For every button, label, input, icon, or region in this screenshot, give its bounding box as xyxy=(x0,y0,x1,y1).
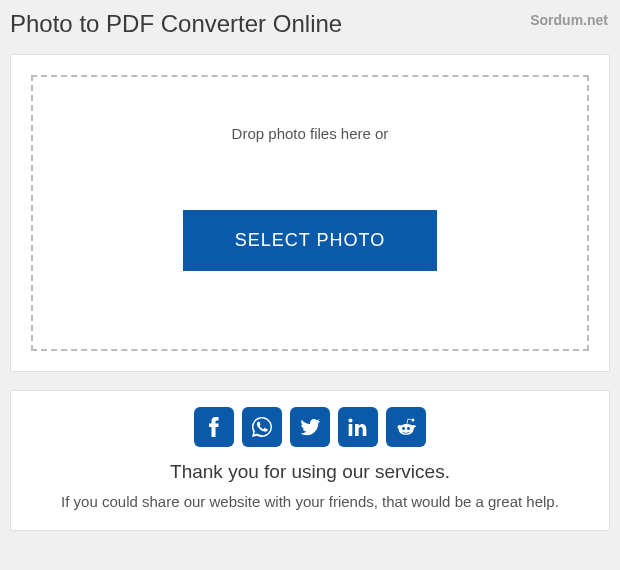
share-icons-row xyxy=(21,407,599,447)
linkedin-icon[interactable] xyxy=(338,407,378,447)
upload-card: Drop photo files here or SELECT PHOTO xyxy=(10,54,610,372)
twitter-icon[interactable] xyxy=(290,407,330,447)
thank-you-text: Thank you for using our services. xyxy=(21,461,599,483)
header: Photo to PDF Converter Online Sordum.net xyxy=(0,0,620,46)
page-title: Photo to PDF Converter Online xyxy=(10,10,342,38)
reddit-icon[interactable] xyxy=(386,407,426,447)
whatsapp-icon[interactable] xyxy=(242,407,282,447)
drop-zone[interactable]: Drop photo files here or SELECT PHOTO xyxy=(31,75,589,351)
drop-zone-text: Drop photo files here or xyxy=(232,125,389,142)
select-photo-button[interactable]: SELECT PHOTO xyxy=(183,210,437,271)
brand-label: Sordum.net xyxy=(530,12,608,28)
share-help-text: If you could share our website with your… xyxy=(21,493,599,510)
facebook-icon[interactable] xyxy=(194,407,234,447)
share-card: Thank you for using our services. If you… xyxy=(10,390,610,531)
